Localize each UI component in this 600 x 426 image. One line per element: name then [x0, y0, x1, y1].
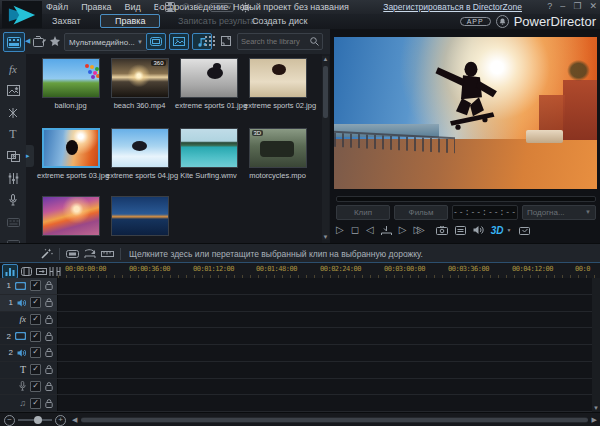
- tab-capture[interactable]: Захват: [52, 15, 81, 27]
- lock-icon[interactable]: [45, 348, 53, 357]
- restore-button[interactable]: ❐: [573, 1, 581, 11]
- media-room-icon[interactable]: [3, 32, 25, 52]
- pip-objects-room-icon[interactable]: [5, 84, 21, 98]
- tracks-scrollbar[interactable]: ▼: [592, 278, 600, 412]
- timeline-hscrollbar[interactable]: [81, 417, 587, 423]
- search-input[interactable]: [238, 37, 310, 46]
- magic-wand-icon[interactable]: [40, 247, 53, 260]
- fix-enhance-icon[interactable]: [66, 249, 79, 259]
- info-display-icon[interactable]: [455, 226, 466, 235]
- help-button[interactable]: ?: [547, 1, 552, 11]
- preview-screen[interactable]: [334, 37, 597, 189]
- menu-file[interactable]: Файл: [46, 2, 68, 12]
- scroll-down-icon[interactable]: ▼: [322, 234, 329, 240]
- zoom-in-icon[interactable]: +: [55, 415, 66, 426]
- track-header[interactable]: T: [0, 362, 58, 378]
- transition-room-icon[interactable]: [5, 150, 21, 164]
- notification-bell-icon[interactable]: [496, 15, 509, 28]
- app-store-button[interactable]: APP: [460, 17, 491, 26]
- collapse-panel-icon[interactable]: ◀: [25, 37, 30, 45]
- movie-mode-button[interactable]: Фильм: [394, 205, 448, 220]
- ruler-scale[interactable]: 00:00:00:00 00:00:36:00 00:01:12:00 00:0…: [58, 263, 600, 279]
- track-enable-checkbox[interactable]: [30, 398, 41, 409]
- lock-icon[interactable]: [45, 315, 53, 324]
- media-thumbnail[interactable]: [111, 128, 169, 168]
- lock-icon[interactable]: [45, 365, 53, 374]
- import-media-icon[interactable]: [32, 34, 47, 49]
- library-menu-icon[interactable]: [203, 33, 217, 48]
- media-thumbnail[interactable]: 3D: [249, 128, 307, 168]
- media-item[interactable]: Kite Surfing.wmv: [175, 128, 242, 180]
- tab-produce[interactable]: Записать результат: [178, 15, 259, 27]
- volume-speaker-icon[interactable]: [473, 225, 484, 235]
- play-button[interactable]: ▷: [336, 224, 344, 236]
- title-room-icon[interactable]: T: [5, 128, 21, 142]
- media-item[interactable]: 3D motorcycles.mpo: [244, 128, 311, 180]
- tab-create-disc[interactable]: Создать диск: [252, 15, 307, 27]
- track-header[interactable]: 2: [0, 345, 58, 361]
- expand-view-icon[interactable]: [219, 33, 233, 48]
- scroll-left-icon[interactable]: ◀: [72, 416, 77, 424]
- media-item[interactable]: extreme sports 01.jpg: [175, 58, 242, 110]
- lock-icon[interactable]: [45, 399, 53, 408]
- effect-room-icon[interactable]: fx: [5, 62, 21, 76]
- zoom-out-icon[interactable]: −: [4, 415, 15, 426]
- media-thumbnail[interactable]: [42, 128, 100, 168]
- track-enable-checkbox[interactable]: [30, 314, 41, 325]
- zoom-fit-dropdown[interactable]: Подогна...▼: [522, 205, 596, 220]
- aspect-ratio-dropdown[interactable]: 16:9 ˅: [210, 3, 234, 12]
- media-thumbnail[interactable]: [249, 58, 307, 98]
- track-enable-checkbox[interactable]: [30, 297, 41, 308]
- track-header[interactable]: 1: [0, 295, 58, 311]
- media-thumbnail[interactable]: [111, 196, 169, 236]
- media-item-selected[interactable]: extreme sports 03.jpg: [37, 128, 104, 180]
- track-header[interactable]: [0, 379, 58, 395]
- 3d-mode-button[interactable]: 3D: [491, 225, 504, 236]
- media-item[interactable]: [106, 196, 173, 239]
- track-lane[interactable]: [58, 379, 592, 395]
- zoom-slider[interactable]: [18, 419, 52, 421]
- minimize-button[interactable]: –: [560, 1, 565, 11]
- 3d-dropdown-chevron[interactable]: ▼: [507, 227, 512, 233]
- close-button[interactable]: ✕: [589, 1, 597, 11]
- library-room-dropdown[interactable]: Мультимедийно...▼: [64, 33, 148, 51]
- chapter-room-icon[interactable]: [5, 215, 21, 229]
- lock-icon[interactable]: [45, 281, 53, 290]
- track-enable-checkbox[interactable]: [30, 347, 41, 358]
- media-thumbnail[interactable]: [42, 196, 100, 236]
- scroll-down-icon[interactable]: ▼: [592, 405, 600, 411]
- lock-icon[interactable]: [45, 382, 53, 391]
- track-enable-checkbox[interactable]: [30, 381, 41, 392]
- track-lane[interactable]: [58, 278, 592, 294]
- storyboard-view-button[interactable]: [18, 264, 34, 279]
- step-button[interactable]: [381, 226, 392, 235]
- scrollbar-thumb[interactable]: [323, 66, 328, 118]
- media-thumbnail[interactable]: 360: [111, 58, 169, 98]
- track-enable-checkbox[interactable]: [30, 364, 41, 375]
- media-thumbnail[interactable]: [180, 128, 238, 168]
- preview-seek-slider[interactable]: [336, 196, 596, 202]
- media-item[interactable]: extreme sports 02.jpg: [244, 58, 311, 110]
- previous-frame-button[interactable]: ◁: [366, 224, 374, 236]
- undock-preview-icon[interactable]: [519, 226, 530, 235]
- track-lane[interactable]: [58, 362, 592, 378]
- track-header[interactable]: 2: [0, 328, 58, 344]
- directorzone-register-link[interactable]: Зарегистрироваться в DirectorZone: [383, 2, 522, 12]
- undo-icon[interactable]: ↶: [181, 2, 189, 12]
- track-enable-checkbox[interactable]: [30, 280, 41, 291]
- lock-icon[interactable]: [45, 332, 53, 341]
- media-thumbnail[interactable]: [180, 58, 238, 98]
- media-item[interactable]: extreme sports 04.jpg: [106, 128, 173, 180]
- library-scrollbar[interactable]: ▲ ▼: [322, 56, 329, 240]
- audio-mixing-room-icon[interactable]: [5, 172, 21, 186]
- media-item[interactable]: [37, 196, 104, 239]
- fast-forward-button[interactable]: ▷▷: [413, 224, 420, 236]
- tab-edit[interactable]: Правка: [100, 14, 160, 28]
- clip-mode-button[interactable]: Клип: [336, 205, 390, 220]
- media-item[interactable]: 360 beach 360.mp4: [106, 58, 173, 110]
- scroll-right-icon[interactable]: ▶: [592, 416, 597, 424]
- track-lane[interactable]: [58, 328, 592, 344]
- hscrollbar-thumb[interactable]: [81, 418, 587, 422]
- voiceover-room-icon[interactable]: [5, 193, 21, 207]
- track-lane[interactable]: [58, 312, 592, 328]
